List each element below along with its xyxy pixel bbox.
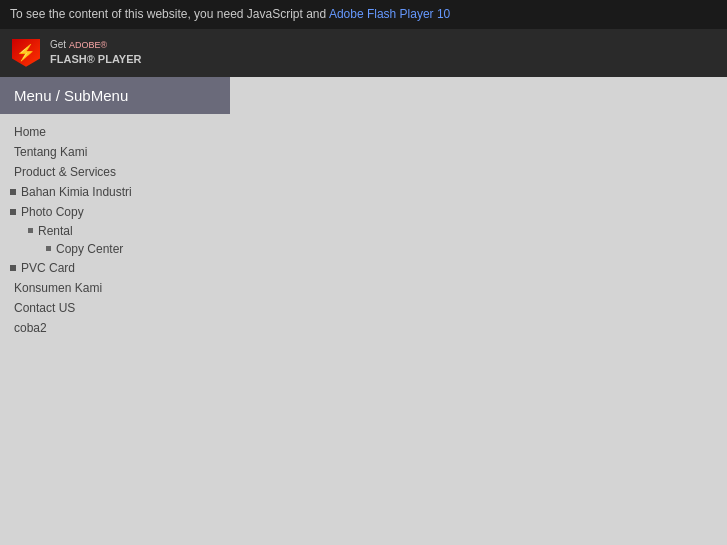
bullet-icon [10,209,16,215]
menu-header: Menu / SubMenu [0,77,230,114]
content-area [230,77,727,477]
notification-bar: To see the content of this website, you … [0,0,727,29]
sidebar-item-tentang[interactable]: Tentang Kami [0,142,230,162]
flash-lightning-icon: ⚡ [16,45,36,61]
sidebar-item-home[interactable]: Home [0,122,230,142]
flash-banner: ⚡ Get ADOBE® FLASH® PLAYER [0,29,727,77]
bullet-icon [10,189,16,195]
sidebar-item-label: Rental [38,224,73,238]
sidebar-item-rental[interactable]: Rental [0,222,230,240]
sidebar-item-bahan-kimia[interactable]: Bahan Kimia Industri [0,182,230,202]
sidebar-item-photo-copy[interactable]: Photo Copy [0,202,230,222]
flash-get-label: Get ADOBE® [50,38,141,52]
sidebar-item-copy-center[interactable]: Copy Center [0,240,230,258]
bullet-sm-icon [28,228,33,233]
sidebar: Menu / SubMenu Home Tentang Kami Product… [0,77,230,477]
bullet-sm-icon [46,246,51,251]
main-content: Menu / SubMenu Home Tentang Kami Product… [0,77,727,477]
flash-icon: ⚡ [10,37,42,69]
flash-link[interactable]: Adobe Flash Player 10 [329,7,450,21]
sidebar-item-pvc-card[interactable]: PVC Card [0,258,230,278]
notification-text: To see the content of this website, you … [10,7,329,21]
menu-list: Home Tentang Kami Product & Services Bah… [0,114,230,346]
sidebar-item-konsumen[interactable]: Konsumen Kami [0,278,230,298]
sidebar-item-contact[interactable]: Contact US [0,298,230,318]
sidebar-item-label: Bahan Kimia Industri [21,185,132,199]
sidebar-item-product[interactable]: Product & Services [0,162,230,182]
flash-text-block: Get ADOBE® FLASH® PLAYER [50,38,141,67]
sidebar-item-label: PVC Card [21,261,75,275]
sidebar-item-label: Copy Center [56,242,123,256]
bullet-icon [10,265,16,271]
sidebar-item-label: Photo Copy [21,205,84,219]
flash-player-label: FLASH® PLAYER [50,53,141,65]
sidebar-item-coba2[interactable]: coba2 [0,318,230,338]
